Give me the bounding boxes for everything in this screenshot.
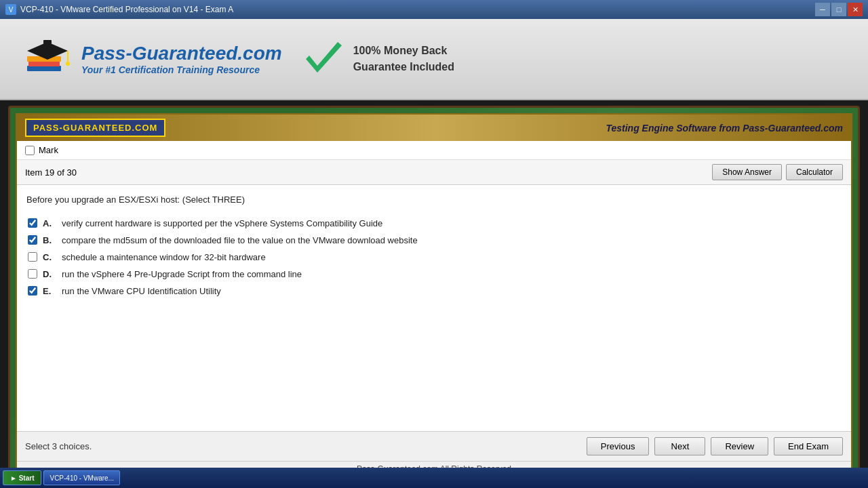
brand-name: Pass-Guaranteed.com <box>81 43 282 64</box>
review-button[interactable]: Review <box>711 437 768 455</box>
start-button[interactable]: ► Start <box>3 470 41 485</box>
answer-checkbox-B[interactable] <box>28 235 37 245</box>
grad-cap-icon <box>20 32 75 86</box>
answer-row: B.compare the md5sum of the downloaded f… <box>26 232 842 249</box>
answer-text-A: verify current hardware is supported per… <box>62 218 382 228</box>
answer-row: E.run the VMware CPU Identification Util… <box>26 283 842 300</box>
question-text: Before you upgrade an ESX/ESXi host: (Se… <box>17 185 851 211</box>
taskbar: ► Start VCP-410 - VMware... <box>0 468 868 488</box>
answer-letter-C: C. <box>43 252 56 262</box>
nav-buttons: Previous Next Review <box>587 437 768 455</box>
brand-text: Pass-Guaranteed.com Your #1 Certificatio… <box>81 43 282 75</box>
answer-text-C: schedule a maintenance window for 32-bit… <box>62 252 266 262</box>
select-info: Select 3 choices. <box>25 441 92 451</box>
answer-letter-D: D. <box>43 269 56 279</box>
mark-checkbox[interactable] <box>25 146 35 155</box>
window-title: VCP-410 - VMware Certified Professional … <box>20 5 815 14</box>
brand-tagline: Your #1 Certification Training Resource <box>81 64 282 75</box>
guarantee-text: 100% Money Back Guarantee Included <box>353 43 454 75</box>
header: Pass-Guaranteed.com Your #1 Certificatio… <box>0 19 868 100</box>
window-icon: V <box>5 4 16 15</box>
restore-button[interactable]: □ <box>831 3 846 16</box>
svg-rect-0 <box>27 66 61 71</box>
answer-label-A[interactable]: A.verify current hardware is supported p… <box>43 218 382 228</box>
answer-text-D: run the vSphere 4 Pre-Upgrade Script fro… <box>62 269 302 279</box>
answer-letter-E: E. <box>43 286 56 296</box>
answer-row: D.run the vSphere 4 Pre-Upgrade Script f… <box>26 266 842 283</box>
footer-bar: Select 3 choices. Previous Next Review E… <box>17 431 851 461</box>
answer-row: A.verify current hardware is supported p… <box>26 215 842 232</box>
close-button[interactable]: ✕ <box>848 3 863 16</box>
answer-checkbox-E[interactable] <box>28 286 37 296</box>
testing-engine-text: Testing Engine Software from Pass-Guaran… <box>606 123 843 134</box>
mark-area: Mark <box>17 141 851 160</box>
show-answer-button[interactable]: Show Answer <box>712 164 782 180</box>
pass-guaranteed-logo: PASS-GUARANTEED.COM <box>25 119 165 137</box>
svg-marker-7 <box>306 42 342 73</box>
answer-letter-A: A. <box>43 218 56 228</box>
svg-rect-1 <box>28 61 60 66</box>
checkmark-area: 100% Money Back Guarantee Included <box>302 39 454 79</box>
main-container: PASS-GUARANTEED.COM Testing Engine Softw… <box>8 106 860 485</box>
answer-label-D[interactable]: D.run the vSphere 4 Pre-Upgrade Script f… <box>43 269 302 279</box>
title-bar: V VCP-410 - VMware Certified Professiona… <box>0 0 868 19</box>
previous-button[interactable]: Previous <box>587 437 650 455</box>
svg-rect-4 <box>43 40 52 44</box>
answer-label-E[interactable]: E.run the VMware CPU Identification Util… <box>43 286 221 296</box>
item-counter: Item 19 of 30 <box>25 167 77 178</box>
next-button[interactable]: Next <box>654 437 705 455</box>
answer-letter-B: B. <box>43 235 56 245</box>
taskbar-app-button[interactable]: VCP-410 - VMware... <box>43 470 119 485</box>
answer-label-B[interactable]: B.compare the md5sum of the downloaded f… <box>43 235 418 245</box>
end-exam-button[interactable]: End Exam <box>774 437 843 455</box>
item-buttons: Show Answer Calculator <box>712 164 843 180</box>
logo-area: Pass-Guaranteed.com Your #1 Certificatio… <box>20 32 282 86</box>
answer-checkbox-D[interactable] <box>28 269 37 279</box>
item-bar: Item 19 of 30 Show Answer Calculator <box>17 160 851 185</box>
answer-checkbox-A[interactable] <box>28 218 37 228</box>
inner-box: PASS-GUARANTEED.COM Testing Engine Softw… <box>16 113 852 478</box>
calculator-button[interactable]: Calculator <box>786 164 843 180</box>
answer-label-C[interactable]: C.schedule a maintenance window for 32-b… <box>43 252 266 262</box>
svg-point-6 <box>66 62 70 66</box>
answer-row: C.schedule a maintenance window for 32-b… <box>26 249 842 266</box>
answers-area: A.verify current hardware is supported p… <box>17 211 851 432</box>
window-controls: ─ □ ✕ <box>815 3 863 16</box>
checkmark-icon <box>302 39 343 79</box>
answer-text-B: compare the md5sum of the downloaded fil… <box>62 235 418 245</box>
mark-label: Mark <box>39 145 58 155</box>
answer-text-E: run the VMware CPU Identification Utilit… <box>62 286 221 296</box>
answer-checkbox-C[interactable] <box>28 252 37 262</box>
inner-header: PASS-GUARANTEED.COM Testing Engine Softw… <box>17 115 851 141</box>
minimize-button[interactable]: ─ <box>815 3 830 16</box>
question-container: Item 19 of 30 Show Answer Calculator Bef… <box>17 160 851 431</box>
